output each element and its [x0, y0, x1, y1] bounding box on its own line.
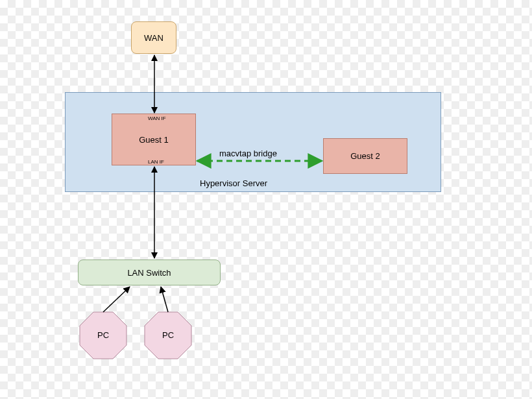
diagram-svg	[0, 0, 532, 399]
edge-pc2-lanswitch	[161, 287, 168, 312]
pc1-label: PC	[97, 330, 109, 340]
pc2-label: PC	[162, 330, 174, 340]
edge-pc1-lanswitch	[103, 287, 130, 312]
